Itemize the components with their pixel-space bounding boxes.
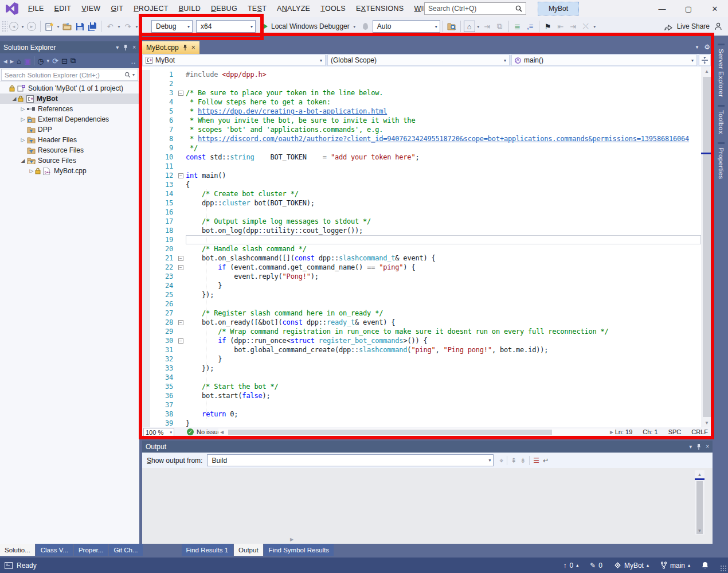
type-scope-dropdown[interactable]: (Global Scope) ▾ (327, 54, 510, 66)
code-area[interactable]: 1#include <dpp/dpp.h>23−/* Be sure to pl… (142, 70, 701, 427)
code-text[interactable] (186, 299, 701, 309)
code-editor[interactable]: 1#include <dpp/dpp.h>23−/* Be sure to pl… (142, 67, 713, 427)
goto-message-icon[interactable]: ⌖ (499, 457, 503, 465)
refresh-icon[interactable]: ⟳ (52, 57, 58, 65)
collapse-all-icon[interactable]: ⊟ (61, 57, 68, 65)
code-text[interactable]: /* Create bot cluster */ (186, 189, 701, 198)
document-tab-mybot-cpp[interactable]: MyBot.cpp × (142, 41, 199, 54)
code-text[interactable]: const std::string BOT_TOKEN = "add your … (186, 153, 701, 162)
navigate-to-icon[interactable]: ⇥ (482, 21, 493, 32)
code-text[interactable]: { (186, 180, 701, 189)
document-list-dropdown-icon[interactable]: ▾ (696, 44, 699, 50)
output-content[interactable]: ▲ ▼ ▶ (142, 468, 713, 544)
menu-analyze[interactable]: ANALYZE (272, 5, 315, 13)
code-text[interactable]: #include <dpp/dpp.h> (186, 70, 701, 79)
code-text[interactable] (186, 373, 701, 382)
collapsed-icon[interactable]: ▷ (19, 106, 26, 112)
menu-git[interactable]: GIT (105, 5, 128, 13)
code-text[interactable]: /* Output simple log messages to stdout … (186, 217, 701, 226)
undo-icon[interactable]: ↶ (104, 21, 116, 32)
solution-platform-dropdown[interactable]: x64▾ (196, 20, 256, 33)
menu-file[interactable]: FILE (23, 5, 49, 13)
code-text[interactable]: dpp::cluster bot(BOT_TOKEN); (186, 198, 701, 208)
attach-mode-dropdown[interactable]: Auto▾ (373, 20, 440, 33)
solution-search-input[interactable]: Search Solution Explorer (Ctrl+;) ▾ (1, 69, 138, 81)
toolbar-overflow-icon[interactable]: ▾ (592, 24, 597, 29)
maximize-button[interactable]: ▢ (675, 0, 702, 17)
start-debugging-label[interactable]: Local Windows Debugger (271, 22, 350, 30)
menu-tools[interactable]: TOOLS (315, 5, 351, 13)
comment-lines-icon[interactable]: ⹁≡ (525, 21, 536, 32)
code-text[interactable] (186, 400, 701, 410)
undo-dropdown-icon[interactable]: ▾ (116, 24, 122, 29)
editor-horizontal-scrollbar[interactable]: ◀ ▶ (218, 428, 615, 436)
code-text[interactable]: * https://discord.com/oauth2/authorize?c… (186, 134, 701, 143)
status-commits-mybot[interactable]: MyBot▴ (614, 562, 649, 570)
zoom-level-dropdown[interactable]: 100 % ▾ (143, 428, 174, 437)
split-window-button[interactable] (699, 54, 711, 66)
save-all-icon[interactable] (87, 21, 98, 32)
project-scope-dropdown[interactable]: MyBot ▾ (142, 54, 326, 66)
start-debugging-dropdown-icon[interactable]: ▾ (352, 24, 357, 29)
indent-lines-icon[interactable]: ≣ (512, 21, 523, 32)
home-icon[interactable]: ⌂ (17, 57, 21, 65)
code-text[interactable]: bot.on_slashcommand([](const dpp::slashc… (186, 254, 701, 263)
tree-item-source-files[interactable]: ◢Source Files (0, 155, 139, 166)
status-bell[interactable] (702, 562, 709, 569)
properties-icon[interactable]: ⧉ (71, 56, 76, 65)
code-text[interactable]: */ (186, 143, 701, 153)
member-scope-dropdown[interactable]: main() ▾ (511, 54, 697, 66)
navigate-forward-icon[interactable]: ▸ (26, 21, 37, 32)
code-text[interactable]: bot.global_command_create(dpp::slashcomm… (186, 345, 701, 354)
code-text[interactable]: } (186, 419, 701, 427)
tab-server-explorer[interactable]: Server Explorer (718, 44, 725, 97)
scroll-up-icon[interactable]: ▲ (701, 67, 713, 76)
tree-item-solution-mybot-1-of-1-project-[interactable]: Solution 'MyBot' (1 of 1 project) (0, 83, 139, 93)
code-text[interactable]: /* Register slash command here in on_rea… (186, 309, 701, 318)
code-text[interactable] (186, 208, 701, 217)
close-panel-icon[interactable]: × (706, 443, 709, 450)
word-wrap-icon[interactable]: ↵ (543, 457, 549, 465)
pin-icon[interactable] (123, 45, 128, 50)
save-icon[interactable] (74, 21, 85, 32)
tab-proper-[interactable]: Proper... (74, 544, 108, 556)
code-text[interactable]: * scopes 'bot' and 'applications.command… (186, 125, 701, 134)
tab-solutio-[interactable]: Solutio... (0, 544, 35, 556)
scroll-right-icon[interactable]: ▶ (608, 430, 615, 435)
scroll-up-icon[interactable]: ▲ (695, 470, 704, 478)
scroll-right-icon[interactable]: ▶ (290, 537, 293, 542)
forward-icon[interactable]: ▸ (10, 57, 14, 65)
tab-git-ch-[interactable]: Git Ch... (109, 544, 142, 556)
toolbar-overflow-icon[interactable]: ‥ (131, 57, 136, 65)
eol-indicator[interactable]: CRLF (691, 428, 708, 435)
clear-all-icon[interactable]: ☰ (533, 457, 539, 465)
panel-options-dropdown-icon[interactable]: ▾ (689, 443, 692, 450)
live-share-label[interactable]: Live Share (677, 22, 710, 30)
code-text[interactable]: }); (186, 290, 701, 299)
tab-class-v-[interactable]: Class V... (36, 544, 73, 556)
hot-reload-icon[interactable] (363, 23, 368, 30)
code-text[interactable]: bot.start(false); (186, 391, 701, 400)
find-in-files-icon[interactable] (446, 21, 457, 32)
editor-vertical-scrollbar[interactable]: ▲ ▼ (701, 67, 713, 427)
search-options-dropdown-icon[interactable]: ▾ (132, 72, 135, 77)
fold-collapse-icon[interactable]: − (175, 319, 186, 325)
next-message-icon[interactable]: ⇟ (520, 457, 526, 465)
code-text[interactable]: /* Be sure to place your token in the li… (186, 88, 701, 98)
spaces-indicator[interactable]: SPC (668, 428, 682, 435)
tree-item-references[interactable]: ▷References (0, 104, 139, 114)
menu-debug[interactable]: DEBUG (206, 5, 242, 13)
code-text[interactable]: }); (186, 364, 701, 373)
panel-options-dropdown-icon[interactable]: ▾ (116, 44, 119, 50)
code-text[interactable]: int main() (186, 171, 701, 180)
feedback-icon[interactable] (714, 22, 722, 30)
document-outline-icon[interactable]: ⧉ (494, 21, 506, 32)
live-share-icon[interactable] (664, 22, 672, 30)
status-branch-main[interactable]: main▴ (660, 562, 690, 570)
fold-collapse-icon[interactable]: − (175, 90, 186, 96)
code-text[interactable]: if (event.command.get_command_name() == … (186, 263, 701, 272)
pin-icon[interactable] (696, 444, 701, 450)
scrollbar-thumb[interactable] (703, 77, 711, 417)
solution-configuration-dropdown[interactable]: Debug▾ (151, 20, 193, 33)
switch-views-icon[interactable]: ▣ (24, 57, 31, 65)
